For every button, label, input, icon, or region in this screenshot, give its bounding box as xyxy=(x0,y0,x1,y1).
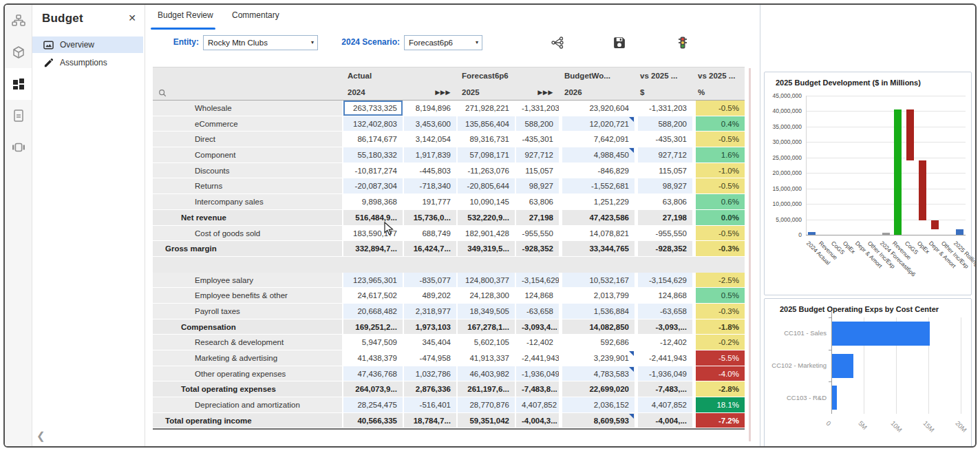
row-label[interactable]: Component xyxy=(153,147,342,163)
grid-cell[interactable]: 349,319,5... xyxy=(456,241,515,257)
grid-cell[interactable]: 264,073,9... xyxy=(342,381,403,397)
grid-cell[interactable]: -928,352 xyxy=(635,241,692,257)
traffic-light-button[interactable] xyxy=(675,35,690,50)
grid-cell[interactable]: 3,453,600 xyxy=(403,116,456,132)
grid-cell[interactable]: 124,800,377 xyxy=(456,273,515,289)
grid-cell[interactable]: 33,344,765 xyxy=(559,241,635,257)
grid-cell[interactable]: 23,920,604 xyxy=(559,101,635,116)
grid-cell[interactable]: -7,483,... xyxy=(635,381,692,397)
row-label[interactable]: Direct xyxy=(153,132,342,147)
grid-cell[interactable]: -1.0% xyxy=(692,163,745,179)
grid-cell[interactable]: 40,566,335 xyxy=(342,413,403,429)
grid-cell[interactable]: 115,057 xyxy=(635,163,692,179)
row-label[interactable]: Intercompany sales xyxy=(153,194,342,210)
row-label[interactable]: Research & development xyxy=(153,335,342,350)
grid-cell[interactable]: 688,749 xyxy=(403,226,456,242)
grid-cell[interactable]: 24,617,502 xyxy=(342,288,403,304)
workflow-button[interactable] xyxy=(550,35,565,50)
grid-cell[interactable]: 0.0% xyxy=(692,210,745,226)
grid-cell[interactable]: 20,668,482 xyxy=(342,304,403,319)
grid-cell[interactable]: 41,913,337 xyxy=(456,350,515,366)
grid-cell[interactable]: 0.6% xyxy=(692,194,745,210)
save-button[interactable] xyxy=(612,35,627,50)
grid-cell[interactable]: -0.5% xyxy=(692,132,745,147)
row-label[interactable]: Marketing & advertising xyxy=(153,350,342,366)
grid-cell[interactable]: -516,401 xyxy=(403,397,456,413)
row-label[interactable]: Other operating expenses xyxy=(153,366,342,382)
row-label[interactable]: Returns xyxy=(153,178,342,194)
grid-cell[interactable]: 2,036,152 xyxy=(559,397,635,413)
grid-cell[interactable]: 0.5% xyxy=(692,288,745,304)
grid-cell[interactable]: 489,202 xyxy=(403,288,456,304)
grid-cell[interactable]: -1,552,681 xyxy=(559,178,635,194)
grid-cell[interactable]: 47,423,586 xyxy=(559,210,635,226)
grid-cell[interactable]: -63,658 xyxy=(635,304,692,319)
grid-cell[interactable]: 1,251,229 xyxy=(559,194,635,210)
grid-cell[interactable]: -1.8% xyxy=(692,319,745,335)
row-label[interactable]: Discounts xyxy=(153,163,342,179)
grid-cell[interactable]: 7,642,091 xyxy=(559,132,635,147)
grid-cell[interactable]: -928,352 xyxy=(515,241,559,257)
grid-cell[interactable]: 261,197,6... xyxy=(456,381,515,397)
grid-cell[interactable]: 3,142,054 xyxy=(403,132,456,147)
grid-cell[interactable]: 57,098,171 xyxy=(456,147,515,163)
grid-cell[interactable]: -0.2% xyxy=(692,335,745,350)
grid-cell[interactable]: 1,973,103 xyxy=(403,319,456,335)
grid-cell[interactable]: 2,318,977 xyxy=(403,304,456,319)
grid-cell[interactable]: 28,254,475 xyxy=(342,397,403,413)
grid-cell[interactable]: 24,128,300 xyxy=(456,288,515,304)
tab-commentary[interactable]: Commentary xyxy=(232,10,279,20)
grid-cell[interactable]: 14,082,850 xyxy=(559,319,635,335)
grid-cell[interactable]: -445,803 xyxy=(403,163,456,179)
tab-budget-review[interactable]: Budget Review xyxy=(158,10,213,20)
grid-cell[interactable]: -5.5% xyxy=(692,350,745,366)
grid-cell[interactable]: -2.5% xyxy=(692,273,745,289)
grid-cell[interactable]: -4.0% xyxy=(692,366,745,382)
row-label[interactable]: Total operating expenses xyxy=(153,381,342,397)
grid-cell[interactable]: 1.6% xyxy=(692,147,745,163)
grid-cell[interactable]: 345,404 xyxy=(403,335,456,350)
grid-cell[interactable]: -846,829 xyxy=(559,163,635,179)
grid-cell[interactable]: 3,239,901 xyxy=(559,350,635,366)
grid-cell[interactable]: 191,777 xyxy=(403,194,456,210)
row-label[interactable]: Total operating income xyxy=(153,413,342,429)
row-label[interactable]: Depreciation and amortization xyxy=(153,397,342,413)
grid-cell[interactable]: 4,407,852 xyxy=(635,397,692,413)
grid-cell[interactable]: 8,609,593 xyxy=(559,413,635,429)
grid-cell[interactable]: -955,550 xyxy=(635,226,692,242)
grid-cell[interactable]: 14,078,821 xyxy=(559,226,635,242)
grid-cell[interactable]: 1,917,839 xyxy=(403,147,456,163)
grid-cell[interactable]: 5,602,105 xyxy=(456,335,515,350)
grid-cell[interactable]: -835,077 xyxy=(403,273,456,289)
grid-cell[interactable]: 0.4% xyxy=(692,116,745,132)
grid-cell[interactable]: -2,441,943 xyxy=(515,350,559,366)
grid-cell[interactable]: 15,736,0... xyxy=(403,210,456,226)
grid-cell[interactable]: 4,783,583 xyxy=(559,366,635,382)
row-label[interactable]: Wholesale xyxy=(153,101,342,116)
sidebar-item-dashboards[interactable] xyxy=(5,68,32,100)
grid-cell[interactable]: 12,020,721 xyxy=(559,116,635,132)
row-label[interactable]: Gross margin xyxy=(153,241,342,257)
grid-cell[interactable]: -12,402 xyxy=(515,335,559,350)
grid-cell[interactable]: 182,901,428 xyxy=(456,226,515,242)
grid-cell[interactable]: -3,093,... xyxy=(635,319,692,335)
sidebar-item-cube[interactable] xyxy=(5,36,32,68)
grid-cell[interactable]: 1,032,786 xyxy=(403,366,456,382)
grid-cell[interactable]: 59,351,042 xyxy=(456,413,515,429)
grid-cell[interactable]: 927,712 xyxy=(515,147,559,163)
grid-cell[interactable]: 263,733,325 xyxy=(342,101,403,116)
grid-cell[interactable]: 98,927 xyxy=(515,178,559,194)
grid-cell[interactable]: -4,004,... xyxy=(635,413,692,429)
grid-cell[interactable]: 16,424,7... xyxy=(403,241,456,257)
grid-cell[interactable]: 588,200 xyxy=(635,116,692,132)
grid-cell[interactable]: 124,868 xyxy=(515,288,559,304)
grid-cell[interactable]: -1,331,203 xyxy=(515,101,559,116)
grid-cell[interactable]: -0.5% xyxy=(692,226,745,242)
grid-cell[interactable]: 123,965,301 xyxy=(342,273,403,289)
grid-cell[interactable]: 18,784,7... xyxy=(403,413,456,429)
grid-cell[interactable]: -474,958 xyxy=(403,350,456,366)
close-icon[interactable]: ✕ xyxy=(128,12,136,23)
grid-cell[interactable]: -7,483,8... xyxy=(515,381,559,397)
row-label[interactable]: Net revenue xyxy=(153,210,342,226)
grid-cell[interactable]: -955,550 xyxy=(515,226,559,242)
